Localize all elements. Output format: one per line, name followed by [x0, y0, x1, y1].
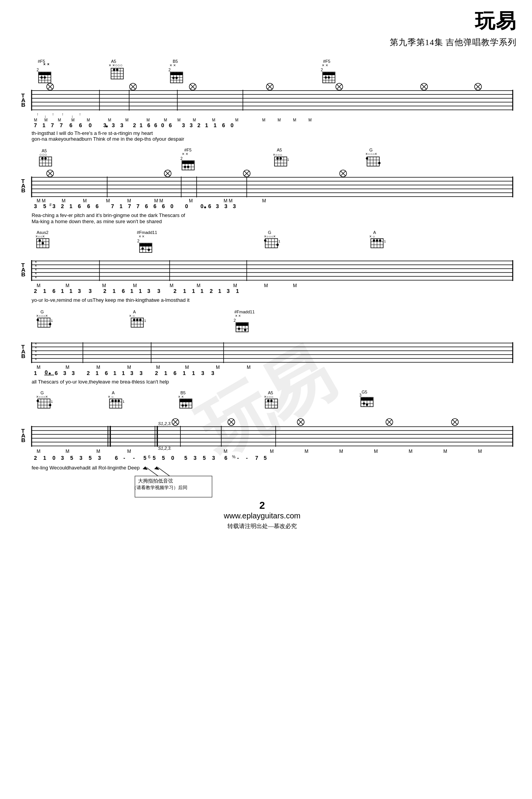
svg-point-453: [267, 400, 269, 402]
svg-text:× ×: × ×: [182, 151, 188, 156]
svg-text:M: M: [156, 365, 160, 370]
svg-text:M: M: [478, 449, 482, 454]
svg-text:1: 1: [140, 122, 143, 128]
svg-text:3: 3: [359, 393, 362, 397]
svg-text:× ×: × ×: [178, 395, 184, 399]
svg-point-22: [113, 69, 115, 71]
svg-text:5: 5: [153, 455, 156, 461]
lyrics2-s2: Ma-king a home down there, as mine sure …: [32, 219, 162, 224]
header: 玩易: [15, 8, 517, 35]
chord-a-s3: A × ○ 1: [369, 230, 386, 248]
svg-text:1: 1: [200, 288, 204, 294]
svg-text:3: 3: [140, 370, 143, 376]
svg-text:M: M: [189, 198, 193, 204]
svg-point-430: [111, 400, 114, 402]
svg-point-138: [41, 157, 44, 160]
copyright: 转载请注明出处—慕改必究: [227, 523, 297, 529]
svg-point-111: [106, 126, 108, 128]
svg-text:0: 0: [52, 455, 56, 461]
svg-text:0: 0: [231, 122, 234, 128]
svg-text:M: M: [224, 449, 227, 454]
chord-g-s2: G ×○○○×: [365, 148, 380, 166]
svg-text:M: M: [264, 283, 268, 288]
svg-text:3: 3: [78, 288, 81, 294]
svg-text:2: 2: [87, 370, 90, 376]
svg-text:M: M: [66, 449, 69, 454]
svg-text:3: 3: [157, 288, 160, 294]
svg-text:1: 1: [287, 158, 289, 161]
svg-text:3: 3: [63, 370, 66, 376]
svg-text:2: 2: [61, 203, 64, 209]
svg-text:1: 1: [34, 370, 37, 376]
svg-text:#F5: #F5: [38, 59, 45, 64]
svg-point-431: [114, 400, 117, 402]
svg-text:M: M: [177, 118, 180, 122]
mute-7: [475, 83, 481, 90]
svg-text:M: M: [58, 118, 61, 122]
svg-text:6: 6: [224, 455, 227, 461]
svg-point-337: [49, 323, 51, 325]
svg-text:1: 1: [183, 288, 186, 294]
svg-point-274: [373, 239, 375, 242]
svg-text:6: 6: [105, 370, 108, 376]
svg-text:3: 3: [182, 122, 185, 128]
svg-text:2: 2: [234, 318, 236, 323]
svg-text:7: 7: [136, 203, 140, 209]
annotation-note: （请看教学视频学习）后同: [132, 485, 187, 490]
svg-text:3: 3: [211, 370, 214, 376]
svg-text:2: 2: [103, 288, 106, 294]
svg-text:B: B: [21, 353, 25, 359]
svg-point-361: [238, 328, 240, 330]
svg-point-11: [40, 76, 43, 79]
svg-point-432: [118, 400, 120, 402]
chord-g-s5: G ×○○○× 1: [36, 390, 53, 408]
svg-text:2: 2: [173, 288, 177, 294]
svg-text:3: 3: [34, 203, 37, 209]
svg-text:1: 1: [42, 122, 45, 128]
svg-text:M: M: [339, 449, 343, 454]
svg-point-161: [279, 157, 282, 160]
svg-text:6: 6: [87, 203, 90, 209]
svg-text:M: M: [193, 118, 196, 122]
svg-rect-47: [323, 72, 335, 75]
chord-a5-s2r: A5 ×○○○ 1: [273, 148, 289, 166]
svg-text:1: 1: [122, 370, 125, 376]
svg-text:×: ×: [35, 275, 37, 279]
svg-point-465: [366, 404, 368, 406]
svg-text:5: 5: [89, 455, 92, 461]
svg-text:0: 0: [200, 203, 204, 209]
svg-text:3: 3: [147, 288, 150, 294]
svg-text:3: 3: [112, 122, 115, 128]
svg-text:1: 1: [120, 203, 123, 209]
svg-text:B: B: [21, 187, 25, 193]
svg-text:× ○: × ○: [108, 395, 114, 399]
svg-text:2: 2: [210, 288, 213, 294]
svg-text:M: M: [185, 365, 189, 370]
chord-g-s3: G ×○○○× 1: [264, 230, 280, 248]
svg-text:-: -: [237, 455, 239, 461]
svg-text:1: 1: [51, 319, 53, 323]
svg-text:○○○: ○○○: [39, 152, 47, 157]
svg-text:×○○×: ×○○×: [35, 234, 45, 239]
svg-text:A5: A5: [277, 148, 282, 152]
svg-text:1: 1: [183, 370, 186, 376]
svg-text:5: 5: [162, 455, 165, 461]
svg-text:3: 3: [120, 122, 123, 128]
svg-text:3: 3: [98, 455, 101, 461]
mute-2: [130, 83, 136, 90]
svg-text:M: M: [133, 283, 137, 288]
website: www.eplayguitars.com: [224, 511, 301, 520]
svg-text:5: 5: [43, 203, 46, 209]
subtitle-row: 第九季第14集 吉他弹唱教学系列: [15, 37, 517, 48]
svg-text:G5: G5: [362, 390, 367, 394]
svg-text:6: 6: [78, 203, 81, 209]
chord-b5-s5: B5 × ×: [178, 390, 192, 408]
svg-text:5: 5: [70, 455, 73, 461]
lyrics1-s5: fee-ling Wecouldhavehadit all Rol-lingin…: [32, 465, 140, 471]
svg-rect-442: [180, 399, 192, 402]
svg-text:7: 7: [60, 122, 63, 128]
svg-text:3: 3: [103, 122, 106, 128]
svg-text:1: 1: [43, 288, 46, 294]
svg-point-263: [264, 239, 266, 242]
svg-text:× ×: × ×: [322, 63, 328, 67]
